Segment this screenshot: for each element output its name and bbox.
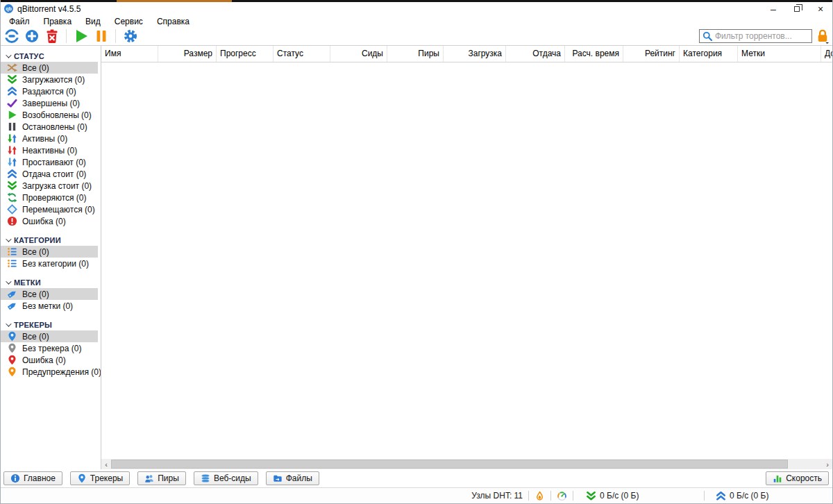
column-header[interactable]: Отдача [506,46,565,62]
sidebar-item[interactable]: Активны (0) [1,133,98,144]
chevrons-down-icon [7,180,17,191]
sidebar-item-label: Все (0) [22,247,49,257]
category-list-icon [7,246,17,257]
chevrons-down-icon [586,491,596,501]
sidebar-item[interactable]: Завершены (0) [1,97,98,109]
torrent-filter-input[interactable] [715,31,809,41]
sidebar-item[interactable]: Все (0) [1,246,98,258]
add-torrent-button[interactable] [24,28,40,44]
scrollbar-thumb[interactable] [111,460,788,469]
alt-speed-toggle[interactable] [535,491,545,501]
sidebar-item[interactable]: Предупреждения (0) [1,366,98,378]
sidebar-item[interactable]: Без метки (0) [1,300,98,312]
sidebar-item[interactable]: Загружаются (0) [1,74,98,85]
column-header[interactable]: Категория [680,46,738,62]
section-header-2[interactable]: МЕТКИ [1,276,101,288]
sidebar-item[interactable]: Загрузка стоит (0) [1,180,98,192]
tab-Файлы[interactable]: Файлы [266,471,319,485]
menu-Вид[interactable]: Вид [78,16,108,27]
settings-button[interactable] [122,28,138,44]
window-title: qBittorrent v4.5.5 [17,4,81,14]
resume-all-icon [74,28,89,44]
sidebar-item[interactable]: Ошибка (0) [1,215,98,227]
section-header-1[interactable]: КАТЕГОРИИ [1,234,101,246]
tag-icon [7,289,17,299]
upload-speed-label: 0 Б/с (0 Б) [730,491,768,501]
sidebar-item-label: Ошибка (0) [22,355,66,365]
sidebar-item-label: Загружаются (0) [22,75,85,85]
column-header[interactable]: Размер [158,46,217,62]
tab-Веб-сиды[interactable]: Веб-сиды [194,471,258,485]
pin-gray-icon [7,343,17,353]
delete-button[interactable] [44,28,60,44]
sidebar-item-label: Неактивны (0) [22,146,77,156]
minimize-button[interactable]: – [762,2,785,15]
sidebar-item[interactable]: Ошибка (0) [1,354,98,366]
flame-icon [535,491,545,501]
menu-Справка[interactable]: Справка [150,16,196,27]
sidebar-item-label: Раздаются (0) [22,87,76,96]
tab-Трекеры[interactable]: Трекеры [70,471,130,485]
column-header[interactable]: Пиры [387,46,444,62]
section-header-0[interactable]: СТАТУС [1,50,101,62]
menu-Файл[interactable]: Файл [2,16,37,27]
section-header-3[interactable]: ТРЕКЕРЫ [1,319,101,330]
close-button[interactable]: × [809,2,832,15]
sidebar-item[interactable]: Проверяются (0) [1,192,98,203]
column-header[interactable]: Прогресс [217,46,274,62]
sidebar-item[interactable]: Простаивают (0) [1,156,98,168]
sidebar-item-label: Без категории (0) [22,259,89,269]
sidebar-item[interactable]: Все (0) [1,288,98,300]
scroll-right-icon[interactable]: › [823,459,832,469]
column-header[interactable]: Метки [738,46,821,62]
arrows-idle-icon [7,157,17,167]
bottom-tabs-bar: Главное Трекеры Пиры Веб-сиды Файлы Скор… [1,469,832,487]
sidebar-item[interactable]: Без категории (0) [1,258,98,269]
sidebar-item[interactable]: Перемещаются (0) [1,203,98,215]
category-list-icon [7,258,17,269]
column-header[interactable]: До [821,46,832,62]
column-header[interactable]: Имя [101,46,158,62]
add-link-button[interactable] [3,28,19,44]
sidebar-item[interactable]: Раздаются (0) [1,85,98,97]
horizontal-scrollbar[interactable]: ‹ › [101,459,832,469]
download-speed[interactable]: 0 Б/с (0 Б) [579,491,698,501]
tab-Главное[interactable]: Главное [3,471,62,485]
app-logo-icon: qb [4,4,13,13]
resume-all-button[interactable] [73,28,89,44]
chevron-down-icon [6,278,11,284]
tab-Пиры[interactable]: Пиры [137,471,186,485]
speed-button[interactable]: Скорость [766,471,829,485]
column-header[interactable]: Загрузка [444,46,506,62]
tabs: Главное Трекеры Пиры Веб-сиды Файлы [3,471,319,485]
scrollbar-track[interactable] [111,459,823,469]
sidebar-item[interactable]: Отдача стоит (0) [1,168,98,180]
column-header[interactable]: Расч. время [565,46,623,62]
search-box[interactable] [699,29,812,43]
lock-button[interactable] [816,28,830,44]
toolbar-separator [115,29,116,43]
speed-button-label: Скорость [786,473,822,483]
column-header[interactable]: Сиды [330,46,387,62]
column-header[interactable]: Рейтинг [623,46,680,62]
sidebar-item[interactable]: Все (0) [1,330,98,342]
scroll-left-icon[interactable]: ‹ [101,459,111,469]
toolbar [1,27,832,46]
pause-all-button[interactable] [93,28,109,44]
sidebar-item[interactable]: Без трекера (0) [1,342,98,354]
sidebar-item[interactable]: Остановлены (0) [1,121,98,133]
column-header[interactable]: Статус [274,46,330,62]
menu-Правка[interactable]: Правка [37,16,79,27]
sidebar-item-label: Активны (0) [22,134,67,144]
lock-icon [816,28,830,44]
upload-speed[interactable]: 0 Б/с (0 Б) [710,491,832,501]
sidebar-item[interactable]: Возобновлены (0) [1,109,98,121]
sidebar-item[interactable]: Неактивны (0) [1,144,98,156]
peers-icon [144,473,154,483]
menu-Сервис[interactable]: Сервис [108,16,150,27]
chevron-down-icon [6,321,11,326]
sidebar-item[interactable]: Все (0) [1,62,98,74]
dht-nodes-label: Узлы DHT: 11 [471,491,523,501]
restore-button[interactable] [785,2,809,15]
torrent-list-empty[interactable] [101,62,832,459]
